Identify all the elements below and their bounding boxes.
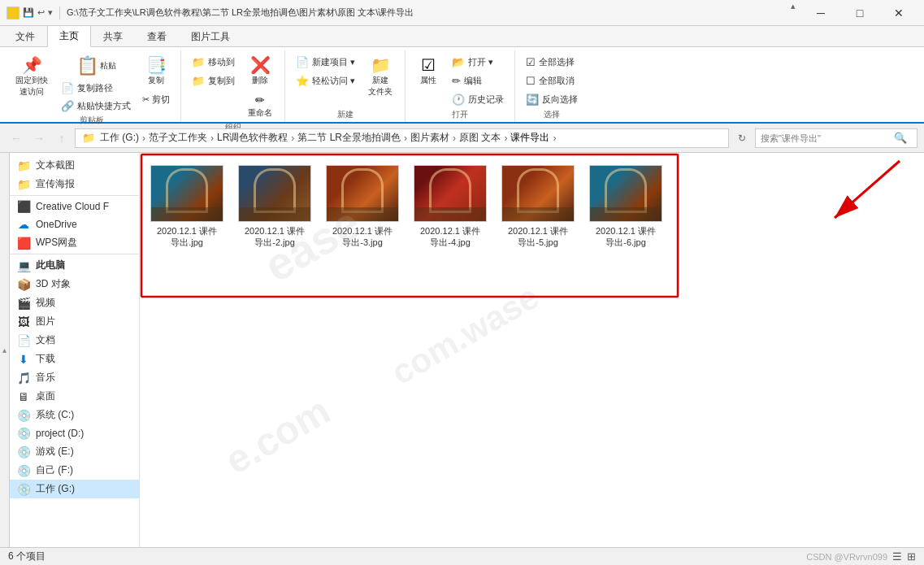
drive-e-icon: 💿 (16, 445, 31, 459)
breadcrumb-part-5[interactable]: 原图 文本 (458, 131, 502, 145)
file-item-3[interactable]: 2020.12.1 课件导出-3.jpg (322, 159, 403, 254)
newitem-icon: 📄 (296, 56, 309, 68)
maximize-button[interactable]: □ (841, 1, 878, 25)
selectnone-button[interactable]: ☐ 全部取消 (522, 72, 582, 89)
status-bar: 6 个项目 CSDN @VRvrvn099 ☰ ⊞ (0, 547, 924, 565)
ribbon-group-select: ☑ 全部选择 ☐ 全部取消 🔄 反向选择 选择 (515, 50, 588, 122)
shortcut-icon: 🔗 (61, 100, 74, 112)
file-thumbnail-3 (326, 165, 399, 222)
tab-share[interactable]: 共享 (91, 26, 135, 47)
sidebar-item-music[interactable]: 🎵 音乐 (10, 368, 139, 387)
search-box[interactable]: 🔍 (755, 128, 917, 148)
tab-file[interactable]: 文件 (3, 26, 47, 47)
open-button[interactable]: 📂 打开 ▾ (448, 54, 508, 71)
search-input[interactable] (761, 133, 891, 143)
paste-button[interactable]: 📋 粘贴 (57, 54, 135, 78)
sidebar-item-thispc[interactable]: 💻 此电脑 (10, 256, 139, 275)
file-label-5: 2020.12.1 课件导出-5.jpg (508, 225, 568, 249)
forward-button[interactable]: → (29, 128, 49, 148)
window-title: G:\范子文工作夹\LR调色软件教程\第二节 LR全景地拍调色\图片素材\原图 … (67, 7, 414, 19)
tab-view[interactable]: 查看 (135, 26, 179, 47)
sidebar: 📁 文本截图 📁 宣传海报 ⬛ Creative Cloud F ☁ OneDr… (10, 153, 140, 547)
file-label-1: 2020.12.1 课件导出.jpg (157, 225, 217, 249)
file-item-5[interactable]: 2020.12.1 课件导出-5.jpg (497, 159, 579, 254)
file-item-6[interactable]: 2020.12.1 课件导出-6.jpg (585, 159, 666, 254)
sidebar-item-pictures[interactable]: 🖼 图片 (10, 312, 139, 331)
easyaccess-button[interactable]: ⭐ 轻松访问 ▾ (292, 72, 359, 89)
invertselect-button[interactable]: 🔄 反向选择 (522, 91, 582, 108)
rename-button[interactable]: ✏ 重命名 (242, 91, 278, 122)
file-item-2[interactable]: 2020.12.1 课件导出-2.jpg (234, 159, 315, 254)
back-button[interactable]: ← (7, 128, 26, 148)
breadcrumb-part-4[interactable]: 图片素材 (409, 131, 451, 145)
title-bar: 💾 ↩ ▾ G:\范子文工作夹\LR调色软件教程\第二节 LR全景地拍调色\图片… (0, 0, 924, 26)
csdn-watermark: CSDN @VRvrvn099 (806, 552, 887, 562)
folder-yellow-icon: 📁 (16, 159, 31, 172)
cut-button[interactable]: ✂ 剪切 (138, 91, 174, 108)
file-thumbnail-2 (238, 165, 311, 222)
address-bar[interactable]: 📁 工作 (G:) › 范子文工作夹 › LR调色软件教程 › 第二节 LR全景… (75, 128, 729, 148)
moveto-button[interactable]: 📁 移动到 (188, 54, 239, 71)
breadcrumb-part-0[interactable]: 工作 (G:) (98, 131, 141, 145)
newitem-button[interactable]: 📄 新建项目 ▾ (292, 54, 359, 71)
breadcrumb-part-3[interactable]: 第二节 LR全景地拍调色 (296, 131, 402, 145)
close-button[interactable]: ✕ (880, 1, 917, 25)
file-thumbnail-4 (414, 165, 487, 222)
sidebar-item-videos[interactable]: 🎬 视频 (10, 293, 139, 312)
sidebar-item-desktop[interactable]: 🖥 桌面 (10, 387, 139, 406)
selectall-icon: ☑ (526, 56, 536, 68)
window-icon (7, 7, 20, 20)
file-label-6: 2020.12.1 课件导出-6.jpg (596, 225, 656, 249)
computer-icon: 💻 (16, 259, 31, 272)
sidebar-item-work-g[interactable]: 💿 工作 (G:) (10, 480, 139, 498)
file-item-4[interactable]: 2020.12.1 课件导出-4.jpg (410, 159, 491, 254)
paste-shortcut-button[interactable]: 🔗 粘贴快捷方式 (57, 98, 135, 115)
copy-button[interactable]: 📑 复制 (138, 54, 174, 89)
pin-to-quickaccess-button[interactable]: 📌 固定到快速访问 (10, 54, 54, 101)
onedrive-icon: ☁ (16, 218, 31, 231)
refresh-button[interactable]: ↻ (732, 128, 752, 148)
sidebar-item-games-e[interactable]: 💿 游戏 (E:) (10, 442, 139, 461)
view-icon-grid[interactable]: ⊞ (907, 550, 916, 563)
copy-path-button[interactable]: 📄 复制路径 (57, 80, 135, 97)
selectall-button[interactable]: ☑ 全部选择 (522, 54, 582, 71)
drive-d-icon: 💿 (16, 427, 31, 440)
moveto-icon: 📁 (192, 56, 205, 68)
properties-icon: ☑ (421, 57, 436, 73)
sidebar-item-system-c[interactable]: 💿 系统 (C:) (10, 406, 139, 424)
up-button[interactable]: ↑ (52, 128, 72, 148)
tab-imagetools[interactable]: 图片工具 (179, 26, 242, 47)
breadcrumb-part-1[interactable]: 范子文工作夹 (147, 131, 209, 145)
sidebar-item-text-capture[interactable]: 📁 文本截图 (10, 156, 139, 175)
history-button[interactable]: 🕐 历史记录 (448, 91, 508, 108)
drive-c-icon: 💿 (16, 409, 31, 422)
sidebar-item-3dobjects[interactable]: 📦 3D 对象 (10, 275, 139, 293)
file-label-2: 2020.12.1 课件导出-2.jpg (245, 225, 305, 249)
sidebar-item-project-d[interactable]: 💿 project (D:) (10, 424, 139, 442)
sidebar-item-onedrive[interactable]: ☁ OneDrive (10, 215, 139, 233)
delete-button[interactable]: ❌ 删除 (242, 54, 278, 89)
newfolder-button[interactable]: 📁 新建文件夹 (362, 54, 398, 101)
desktop-icon: 🖥 (16, 390, 31, 403)
minimize-button[interactable]: ─ (802, 1, 839, 25)
breadcrumb-part-2[interactable]: LR调色软件教程 (215, 131, 289, 145)
copyto-button[interactable]: 📁 复制到 (188, 72, 239, 89)
video-icon: 🎬 (16, 297, 31, 310)
tab-home[interactable]: 主页 (47, 25, 91, 47)
edit-button[interactable]: ✏ 编辑 (448, 72, 508, 89)
file-item-1[interactable]: 2020.12.1 课件导出.jpg (146, 159, 228, 254)
view-icon-list[interactable]: ☰ (892, 550, 902, 563)
file-thumbnail-1 (150, 165, 223, 222)
properties-button[interactable]: ☑ 属性 (412, 54, 445, 89)
sidebar-item-self-f[interactable]: 💿 自己 (F:) (10, 461, 139, 480)
chevron-up-icon[interactable]: ▴ (786, 1, 800, 25)
sidebar-item-documents[interactable]: 📄 文档 (10, 331, 139, 350)
sidebar-item-creative-cloud[interactable]: ⬛ Creative Cloud F (10, 198, 139, 215)
pin-icon: 📌 (22, 57, 42, 73)
sidebar-item-wps[interactable]: 🟥 WPS网盘 (10, 233, 139, 252)
breadcrumb-part-6[interactable]: 课件导出 (509, 131, 551, 145)
sidebar-scroll-up[interactable]: ▴ (0, 153, 10, 547)
open-icon: 📂 (452, 56, 465, 68)
sidebar-item-poster[interactable]: 📁 宣传海报 (10, 175, 139, 193)
sidebar-item-downloads[interactable]: ⬇ 下载 (10, 350, 139, 368)
